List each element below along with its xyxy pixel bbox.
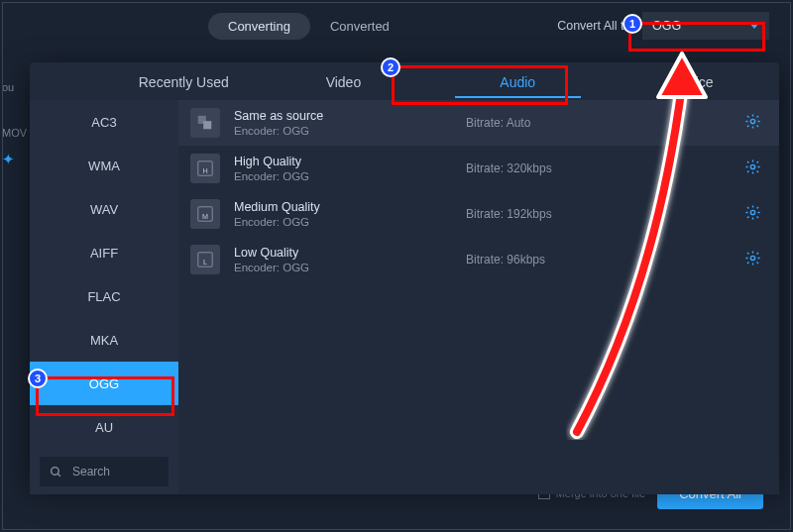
svg-point-7 [750,164,754,168]
panel-tab-device[interactable]: Device [605,62,779,100]
tab-converting[interactable]: Converting [208,13,310,40]
convert-all-value: OGG [652,19,681,33]
profile-list: Same as source Encoder: OGG Bitrate: Aut… [178,100,779,494]
chevron-down-icon [749,23,759,29]
svg-point-4 [750,119,754,123]
sidebar-item-wma[interactable]: WMA [30,144,178,187]
profile-row[interactable]: L Low Quality Encoder: OGG Bitrate: 96kb… [178,237,779,282]
search-input[interactable]: Search [40,457,169,486]
preset-icon: L [190,245,220,274]
profile-name: High Quality [234,155,432,168]
convert-all-group: Convert All to: OGG [557,12,769,40]
profile-bitrate: Bitrate: Auto [466,116,530,130]
panel-tab-recent[interactable]: Recently Used [111,62,257,100]
svg-point-13 [750,256,754,260]
sidebar-item-ogg[interactable]: OGG [30,362,178,405]
gear-icon[interactable] [744,204,761,225]
format-panel: Recently Used Video Audio Device AC3 WMA… [30,62,779,482]
tab-converted[interactable]: Converted [310,13,409,40]
gear-icon[interactable] [744,250,761,270]
svg-point-10 [750,210,754,214]
svg-text:L: L [203,258,207,266]
profile-encoder: Encoder: OGG [234,262,432,273]
preset-icon [190,108,220,138]
sidebar-item-au[interactable]: AU [30,405,178,449]
svg-line-1 [57,474,60,477]
sidebar-item-wav[interactable]: WAV [30,187,178,231]
search-placeholder: Search [72,465,110,479]
convert-all-dropdown[interactable]: OGG [642,12,769,40]
format-sidebar: AC3 WMA WAV AIFF FLAC MKA OGG AU Search [30,100,178,494]
profile-bitrate: Bitrate: 192kbps [466,207,552,221]
profile-name: Same as source [234,109,432,123]
top-tabs: Converting Converted [208,13,409,40]
profile-row[interactable]: Same as source Encoder: OGG Bitrate: Aut… [178,100,779,146]
annotation-badge-3: 3 [28,369,48,388]
svg-text:H: H [202,166,207,175]
profile-name: Low Quality [234,246,432,260]
annotation-badge-1: 1 [623,14,642,34]
left-column-peek: ou MOV ✦ [0,77,28,172]
preset-icon: M [190,199,220,229]
svg-point-0 [52,467,59,475]
annotation-badge-2: 2 [381,57,400,77]
sidebar-item-ac3[interactable]: AC3 [30,100,178,144]
profile-encoder: Encoder: OGG [234,125,432,137]
gear-icon[interactable] [744,113,761,134]
svg-text:M: M [202,212,208,221]
top-bar: Converting Converted Convert All to: OGG [0,0,793,52]
sidebar-item-flac[interactable]: FLAC [30,274,178,318]
profile-encoder: Encoder: OGG [234,170,432,182]
panel-tab-video[interactable]: Video [257,62,431,100]
gear-icon[interactable] [744,159,761,179]
profile-encoder: Encoder: OGG [234,216,432,228]
sidebar-item-aiff[interactable]: AIFF [30,231,178,274]
search-icon [50,466,62,479]
panel-tab-audio[interactable]: Audio [430,62,605,100]
preset-icon: H [190,154,220,183]
profile-row[interactable]: H High Quality Encoder: OGG Bitrate: 320… [178,146,779,191]
panel-tabs: Recently Used Video Audio Device [30,62,779,100]
profile-bitrate: Bitrate: 96kbps [466,253,545,266]
profile-row[interactable]: M Medium Quality Encoder: OGG Bitrate: 1… [178,191,779,237]
profile-name: Medium Quality [234,200,432,214]
sidebar-item-mka[interactable]: MKA [30,318,178,362]
svg-rect-3 [203,121,211,129]
profile-bitrate: Bitrate: 320kbps [466,161,552,175]
